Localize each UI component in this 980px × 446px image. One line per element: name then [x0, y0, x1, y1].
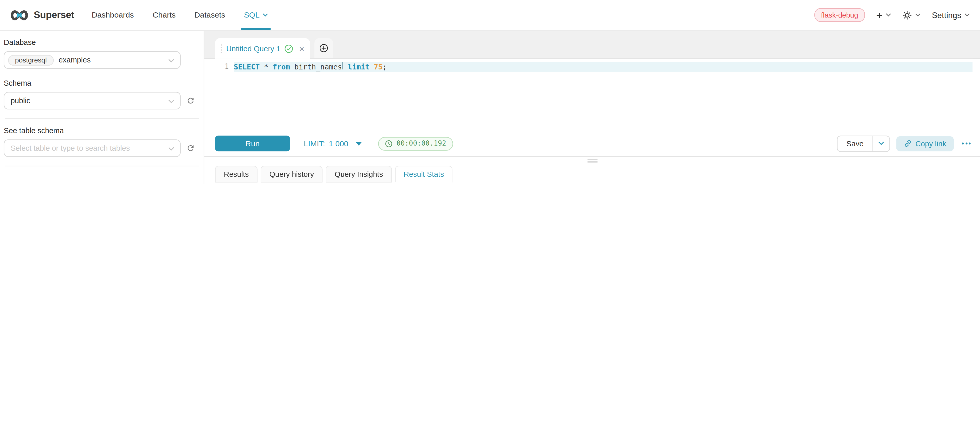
triangle-down-icon: [356, 142, 362, 146]
editor-toolbar: Run LIMIT: 1 000 00:00:00.19: [204, 131, 980, 157]
code-tokens: SELECT * from birth_names limit 75;: [234, 62, 387, 72]
code-token: from: [273, 62, 290, 71]
chevron-down-icon: [886, 13, 891, 17]
drag-handle-icon[interactable]: [221, 44, 223, 53]
save-button[interactable]: Save: [838, 136, 872, 151]
navbar-right: flask-debug + Settings: [814, 8, 970, 22]
save-options-button[interactable]: [872, 136, 889, 151]
tab-query-insights[interactable]: Query Insights: [326, 166, 392, 183]
limit-dropdown[interactable]: LIMIT: 1 000: [304, 139, 362, 148]
settings-menu[interactable]: Settings: [932, 10, 970, 20]
code-line: SELECT * from birth_names limit 75;: [234, 62, 972, 72]
chevron-down-icon: [878, 141, 884, 146]
check-circle-icon: [284, 44, 293, 53]
settings-label: Settings: [932, 10, 961, 20]
refresh-icon[interactable]: [186, 144, 195, 153]
elapsed-time: 00:00:00.192: [396, 139, 446, 147]
database-value: examples: [59, 56, 91, 65]
code-token: birth_names: [290, 62, 342, 71]
sidebar-divider: [5, 118, 199, 119]
sql-editor[interactable]: 1 SELECT * from birth_names limit 75;: [215, 59, 972, 131]
query-tabbar: Untitled Query 1 ×: [204, 31, 980, 59]
new-item-menu[interactable]: +: [876, 10, 891, 21]
top-navbar: Superset Dashboards Charts Datasets SQL …: [0, 0, 980, 31]
environment-badge: flask-debug: [814, 8, 865, 22]
result-tabs: Results Query history Query Insights Res…: [215, 166, 972, 183]
code-token: [369, 62, 374, 71]
chevron-down-icon: [168, 147, 174, 151]
superset-logo[interactable]: Superset: [10, 9, 74, 21]
resize-drag-handle[interactable]: [587, 159, 597, 162]
text-cursor: [342, 62, 343, 69]
sun-icon: [903, 10, 912, 20]
limit-value: 1 000: [329, 139, 348, 148]
tab-query-history[interactable]: Query history: [261, 166, 323, 183]
query-tab[interactable]: Untitled Query 1 ×: [215, 38, 310, 59]
page-body: Database postgresql examples Schema publ…: [0, 31, 980, 184]
add-tab-button[interactable]: [314, 38, 333, 58]
nav-item-sql[interactable]: SQL: [244, 0, 268, 30]
save-split-button[interactable]: Save: [837, 135, 890, 151]
code-token: SELECT: [234, 62, 260, 71]
nav-item-charts[interactable]: Charts: [153, 0, 175, 30]
sidebar-divider: [5, 166, 199, 166]
schema-value: public: [7, 96, 30, 105]
limit-label: LIMIT:: [304, 139, 325, 148]
schema-select[interactable]: public: [4, 92, 181, 110]
database-label: Database: [4, 38, 204, 47]
elapsed-timer: 00:00:00.192: [378, 137, 453, 150]
database-select[interactable]: postgresql examples: [4, 51, 181, 69]
copy-link-label: Copy link: [915, 139, 947, 148]
superset-sql-lab: Superset Dashboards Charts Datasets SQL …: [0, 0, 980, 184]
refresh-icon[interactable]: [186, 96, 195, 105]
editor-gutter: 1: [215, 59, 234, 131]
clock-icon: [385, 140, 393, 147]
code-token: limit: [348, 62, 369, 71]
run-button[interactable]: Run: [215, 136, 290, 151]
nav-item-dashboards[interactable]: Dashboards: [92, 0, 134, 30]
table-select-placeholder: Select table or type to search tables: [7, 144, 130, 153]
code-token: ;: [382, 62, 387, 71]
query-tab-title: Untitled Query 1: [226, 44, 280, 53]
stats-panel: number(3)ColumnNulls %Distinct %Most Fre…: [204, 183, 980, 184]
nav-item-sql-label: SQL: [244, 11, 259, 19]
database-engine-tag: postgresql: [8, 55, 53, 65]
chevron-down-icon: [262, 13, 268, 17]
table-select[interactable]: Select table or type to search tables: [4, 139, 181, 157]
sqllab-sidebar: Database postgresql examples Schema publ…: [0, 31, 204, 184]
close-tab-icon[interactable]: ×: [299, 44, 304, 53]
circled-plus-icon: [320, 44, 328, 53]
link-icon: [904, 139, 912, 147]
chevron-down-icon: [915, 13, 921, 17]
table-schema-label: See table schema: [4, 126, 204, 135]
code-token: *: [260, 62, 273, 71]
chevron-down-icon: [168, 99, 174, 104]
tab-results[interactable]: Results: [215, 166, 258, 183]
toolbar-right: Save Copy link: [837, 135, 972, 151]
theme-menu[interactable]: [903, 10, 921, 20]
code-token: 75: [374, 62, 383, 71]
chevron-down-icon: [168, 59, 174, 63]
nav-item-datasets[interactable]: Datasets: [194, 0, 225, 30]
superset-infinity-icon: [10, 9, 29, 21]
schema-label: Schema: [4, 79, 204, 88]
plus-icon: +: [876, 10, 883, 21]
editor-code-area[interactable]: SELECT * from birth_names limit 75;: [234, 59, 972, 131]
chevron-down-icon: [964, 13, 970, 17]
copy-link-button[interactable]: Copy link: [896, 136, 954, 151]
brand-name: Superset: [34, 9, 74, 21]
code-token: [344, 62, 348, 71]
tab-result-stats[interactable]: Result Stats: [395, 166, 453, 183]
sqllab-main: Untitled Query 1 ×: [204, 31, 980, 184]
more-options-button[interactable]: [960, 139, 972, 147]
